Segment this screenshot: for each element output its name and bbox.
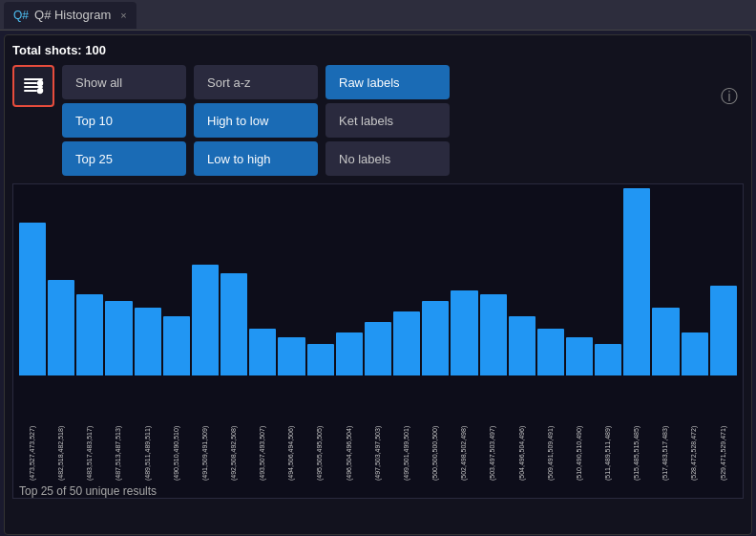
bar[interactable] xyxy=(307,344,334,375)
bar-wrapper xyxy=(682,188,708,375)
bar-label-wrapper: (528,472,528,472) xyxy=(682,377,708,481)
bar-label-wrapper: (510,490,510,490) xyxy=(566,377,593,481)
bar[interactable] xyxy=(652,308,679,375)
high-to-low-button[interactable]: High to low xyxy=(194,103,318,138)
bar-label-wrapper: (529,471,529,471) xyxy=(710,377,737,481)
bar-wrapper xyxy=(422,188,449,375)
bar-wrapper xyxy=(566,188,593,375)
bar[interactable] xyxy=(451,290,477,375)
bar-label: (499,501,499,501) xyxy=(403,377,410,481)
bar-label: (504,496,504,496) xyxy=(518,377,526,481)
raw-labels-button[interactable]: Raw labels xyxy=(326,65,450,99)
bar[interactable] xyxy=(623,188,650,375)
bar-wrapper xyxy=(336,188,363,375)
label-group: Raw labels Ket labels No labels xyxy=(326,65,450,176)
bar-wrapper xyxy=(509,188,536,375)
svg-rect-1 xyxy=(24,82,37,84)
svg-rect-2 xyxy=(24,86,43,88)
bar-wrapper xyxy=(307,188,334,375)
bar[interactable] xyxy=(48,280,74,375)
bar-label: (473,527,473,527) xyxy=(29,377,36,481)
bar[interactable] xyxy=(220,273,247,375)
bar[interactable] xyxy=(336,332,363,375)
bar[interactable] xyxy=(105,301,132,375)
controls-row: Show all Top 10 Top 25 Sort a-z High to … xyxy=(12,65,744,176)
bar-label-wrapper: (500,500,500,500) xyxy=(422,377,449,481)
bar-wrapper xyxy=(537,188,564,375)
no-labels-button[interactable]: No labels xyxy=(326,141,450,176)
bar-label: (489,511,489,511) xyxy=(144,377,152,481)
bar[interactable] xyxy=(365,322,391,375)
bar-wrapper xyxy=(623,188,650,375)
bar-label-wrapper: (492,508,492,508) xyxy=(220,377,247,481)
sort-az-button[interactable]: Sort a-z xyxy=(194,65,318,99)
low-to-high-button[interactable]: Low to high xyxy=(194,141,318,176)
bar[interactable] xyxy=(135,308,161,375)
bar-wrapper xyxy=(19,188,46,375)
bar-label-wrapper: (491,509,491,509) xyxy=(192,377,219,481)
bar-label-wrapper: (509,491,509,491) xyxy=(537,377,564,481)
bar[interactable] xyxy=(710,286,737,375)
bar-wrapper xyxy=(249,188,276,375)
bar-label: (496,504,496,504) xyxy=(346,377,353,481)
bar-label-wrapper: (473,527,473,527) xyxy=(19,377,46,481)
bar-label: (515,485,515,485) xyxy=(633,377,640,481)
bar[interactable] xyxy=(566,337,593,375)
bar-wrapper xyxy=(710,188,737,375)
bar-label: (528,472,528,472) xyxy=(690,377,698,481)
bar-label: (491,509,491,509) xyxy=(201,377,209,481)
filter-icon xyxy=(22,75,45,97)
bar-label-wrapper: (495,505,495,505) xyxy=(307,377,334,481)
bar[interactable] xyxy=(249,329,276,375)
bar-wrapper xyxy=(451,188,477,375)
bar[interactable] xyxy=(509,316,536,375)
bar[interactable] xyxy=(682,332,708,375)
bar[interactable] xyxy=(19,223,46,375)
svg-rect-3 xyxy=(24,90,37,92)
bar-wrapper xyxy=(76,188,103,375)
bar[interactable] xyxy=(537,329,564,375)
ket-labels-button[interactable]: Ket labels xyxy=(326,103,450,138)
bar-label-wrapper: (487,513,487,513) xyxy=(105,377,132,481)
bar-wrapper xyxy=(595,188,621,375)
labels-container: (473,527,473,527)(482,518,482,518)(483,5… xyxy=(19,375,737,481)
bar-label-wrapper: (490,510,490,510) xyxy=(163,377,190,481)
bar[interactable] xyxy=(76,294,103,375)
bars-container xyxy=(19,188,737,375)
top-25-button[interactable]: Top 25 xyxy=(62,141,186,176)
chart-container: (473,527,473,527)(482,518,482,518)(483,5… xyxy=(12,183,744,499)
bar-label-wrapper: (494,506,494,506) xyxy=(278,377,304,481)
bar-wrapper xyxy=(135,188,161,375)
bar-label: (493,507,493,507) xyxy=(259,377,266,481)
bar[interactable] xyxy=(480,294,507,375)
bar-label-wrapper: (482,518,482,518) xyxy=(48,377,74,481)
bar-label: (502,498,502,498) xyxy=(460,377,468,481)
bar-label: (497,503,497,503) xyxy=(374,377,382,481)
bar-label-wrapper: (497,503,497,503) xyxy=(365,377,391,481)
bar-label: (492,508,492,508) xyxy=(230,377,238,481)
bar[interactable] xyxy=(595,344,621,375)
bar-wrapper xyxy=(48,188,74,375)
info-icon-button[interactable]: ⓘ xyxy=(721,85,738,108)
bar[interactable] xyxy=(393,311,420,375)
filter-icon-button[interactable] xyxy=(12,65,54,107)
chart-bottom-label: Top 25 of 50 unique results xyxy=(19,484,737,498)
bar-label-wrapper: (502,498,502,498) xyxy=(451,377,477,481)
tab-close-button[interactable]: × xyxy=(120,10,126,21)
top-10-button[interactable]: Top 10 xyxy=(62,103,186,138)
bar-wrapper xyxy=(480,188,507,375)
bar-label: (494,506,494,506) xyxy=(287,377,295,481)
show-all-button[interactable]: Show all xyxy=(62,65,186,99)
bar[interactable] xyxy=(278,337,304,375)
bar-label: (482,518,482,518) xyxy=(57,377,65,481)
bar[interactable] xyxy=(422,301,449,375)
bar-label: (509,491,509,491) xyxy=(547,377,555,481)
bar-label: (495,505,495,505) xyxy=(316,377,324,481)
bar-label: (500,500,500,500) xyxy=(431,377,439,481)
bar-wrapper xyxy=(105,188,132,375)
bar-label: (510,490,510,490) xyxy=(576,377,583,481)
bar[interactable] xyxy=(192,265,219,375)
histogram-tab[interactable]: Q# Q# Histogram × xyxy=(4,2,136,29)
tab-label: Q# Histogram xyxy=(34,8,111,22)
bar[interactable] xyxy=(163,316,190,375)
